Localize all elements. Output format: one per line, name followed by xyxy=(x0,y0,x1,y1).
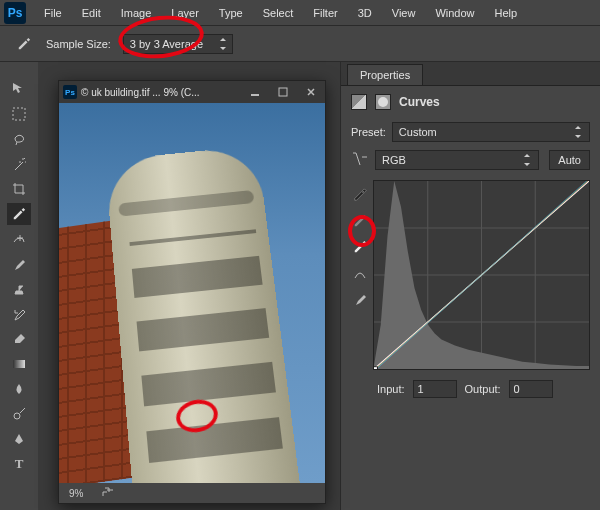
dropdown-arrows-icon xyxy=(573,125,583,139)
preset-value: Custom xyxy=(399,126,437,138)
panel-header: Curves xyxy=(341,86,600,118)
document-window: Ps © uk building.tif ... 9% (C... 9% xyxy=(58,80,326,504)
doc-logo-icon: Ps xyxy=(63,85,77,99)
document-titlebar[interactable]: Ps © uk building.tif ... 9% (C... xyxy=(59,81,325,103)
sample-size-dropdown[interactable]: 3 by 3 Average xyxy=(123,34,233,54)
properties-panel: Properties Curves Preset: Custom RGB Aut… xyxy=(340,62,600,510)
menu-view[interactable]: View xyxy=(382,3,426,23)
svg-point-2 xyxy=(14,413,20,419)
menu-help[interactable]: Help xyxy=(485,3,528,23)
menu-image[interactable]: Image xyxy=(111,3,162,23)
menu-select[interactable]: Select xyxy=(253,3,304,23)
dodge-tool[interactable] xyxy=(7,403,31,425)
menu-filter[interactable]: Filter xyxy=(303,3,347,23)
output-label: Output: xyxy=(465,383,501,395)
maximize-button[interactable] xyxy=(269,81,297,103)
zoom-level[interactable]: 9% xyxy=(69,488,83,499)
menu-3d[interactable]: 3D xyxy=(348,3,382,23)
gradient-tool[interactable] xyxy=(7,353,31,375)
clone-stamp-tool[interactable] xyxy=(7,278,31,300)
input-value-field[interactable] xyxy=(413,380,457,398)
channel-value: RGB xyxy=(382,154,406,166)
panel-tabbar: Properties xyxy=(341,62,600,86)
document-canvas[interactable] xyxy=(59,103,325,483)
svg-rect-3 xyxy=(251,94,259,96)
menu-layer[interactable]: Layer xyxy=(161,3,209,23)
channel-dropdown[interactable]: RGB xyxy=(375,150,539,170)
white-point-eyedropper-icon[interactable] xyxy=(351,238,369,256)
blur-tool[interactable] xyxy=(7,378,31,400)
close-button[interactable] xyxy=(297,81,325,103)
svg-rect-0 xyxy=(13,108,25,120)
menu-file[interactable]: File xyxy=(34,3,72,23)
pen-tool[interactable] xyxy=(7,428,31,450)
move-tool[interactable] xyxy=(7,78,31,100)
preset-row: Preset: Custom xyxy=(341,118,600,146)
document-statusbar: 9% xyxy=(59,483,325,503)
magic-wand-tool[interactable] xyxy=(7,153,31,175)
curves-adjustment-icon xyxy=(351,94,367,110)
curve-draw-smooth-icon[interactable] xyxy=(351,264,369,282)
document-area: Ps © uk building.tif ... 9% (C... 9% xyxy=(38,62,340,510)
eraser-tool[interactable] xyxy=(7,328,31,350)
channel-picker-icon[interactable] xyxy=(351,152,369,168)
marquee-tool[interactable] xyxy=(7,103,31,125)
document-title: © uk building.tif ... 9% (C... xyxy=(81,87,241,98)
menubar: Ps File Edit Image Layer Type Select Fil… xyxy=(0,0,600,26)
svg-rect-1 xyxy=(13,360,25,368)
output-value-field[interactable] xyxy=(509,380,553,398)
menu-window[interactable]: Window xyxy=(425,3,484,23)
input-output-row: Input: Output: xyxy=(341,374,600,404)
auto-button[interactable]: Auto xyxy=(549,150,590,170)
dropdown-arrows-icon xyxy=(218,37,228,51)
optionsbar: Sample Size: 3 by 3 Average xyxy=(0,26,600,62)
preset-dropdown[interactable]: Custom xyxy=(392,122,590,142)
crop-tool[interactable] xyxy=(7,178,31,200)
gray-point-eyedropper-icon[interactable] xyxy=(351,212,369,230)
channel-row: RGB Auto xyxy=(341,146,600,174)
app-logo-icon: Ps xyxy=(4,2,26,24)
healing-brush-tool[interactable] xyxy=(7,228,31,250)
curves-tool-column xyxy=(347,180,373,370)
curve-draw-pencil-icon[interactable] xyxy=(351,290,369,308)
black-point-eyedropper-icon[interactable] xyxy=(351,186,369,204)
building-stone-graphic xyxy=(105,145,302,483)
menu-edit[interactable]: Edit xyxy=(72,3,111,23)
eyedropper-tool[interactable] xyxy=(7,203,31,225)
eyedropper-tool-icon[interactable] xyxy=(14,34,34,54)
svg-rect-16 xyxy=(374,367,377,369)
type-tool[interactable]: T xyxy=(7,453,31,475)
status-share-icon[interactable] xyxy=(101,486,113,500)
preset-label: Preset: xyxy=(351,126,386,138)
dropdown-arrows-icon xyxy=(522,153,532,167)
input-label: Input: xyxy=(377,383,405,395)
panel-title: Curves xyxy=(399,95,440,109)
lasso-tool[interactable] xyxy=(7,128,31,150)
minimize-button[interactable] xyxy=(241,81,269,103)
histogram-svg xyxy=(374,181,589,369)
brush-tool[interactable] xyxy=(7,253,31,275)
sample-size-value: 3 by 3 Average xyxy=(130,38,203,50)
menu-type[interactable]: Type xyxy=(209,3,253,23)
workspace: T Ps © uk building.tif ... 9% (C... 9% xyxy=(0,62,600,510)
curves-body xyxy=(341,174,600,374)
history-brush-tool[interactable] xyxy=(7,303,31,325)
svg-rect-4 xyxy=(279,88,287,96)
tab-properties[interactable]: Properties xyxy=(347,64,423,85)
layer-mask-icon[interactable] xyxy=(375,94,391,110)
sample-size-label: Sample Size: xyxy=(46,38,111,50)
toolbar: T xyxy=(0,62,38,510)
curves-histogram[interactable] xyxy=(373,180,590,370)
